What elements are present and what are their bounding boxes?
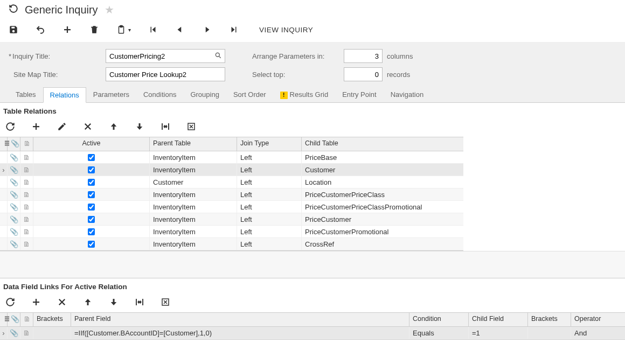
- links-attach-header[interactable]: 📎: [8, 313, 20, 326]
- table-row[interactable]: 📎🗎InventoryItemLeftPriceCustomer: [0, 213, 463, 226]
- links-fit-button[interactable]: [135, 297, 144, 307]
- active-checkbox[interactable]: [88, 216, 95, 223]
- attach-cell[interactable]: 📎: [8, 201, 20, 213]
- view-inquiry-button[interactable]: VIEW INQUIRY: [259, 26, 313, 34]
- active-cell[interactable]: [33, 238, 150, 250]
- attach-cell[interactable]: 📎: [8, 226, 20, 237]
- attach-column-header[interactable]: 📎: [8, 137, 20, 151]
- settings-column[interactable]: [0, 137, 8, 151]
- links-move-up-button[interactable]: [83, 297, 93, 307]
- attach-cell[interactable]: 📎: [8, 327, 20, 339]
- tab-conditions[interactable]: Conditions: [136, 87, 183, 102]
- parent-table-cell[interactable]: Customer: [150, 176, 237, 188]
- add-button[interactable]: [63, 25, 72, 34]
- condition-header[interactable]: Condition: [409, 313, 469, 326]
- active-cell[interactable]: [33, 201, 150, 213]
- refresh-icon[interactable]: [9, 4, 18, 16]
- brackets-header[interactable]: Brackets: [33, 313, 71, 326]
- note-cell[interactable]: 🗎: [20, 213, 33, 225]
- operator-header[interactable]: Operator: [571, 313, 625, 326]
- note-cell[interactable]: 🗎: [20, 201, 33, 213]
- select-top-input[interactable]: [344, 67, 383, 81]
- table-row[interactable]: 📎🗎InventoryItemLeftPriceCustomerPriceCla…: [0, 201, 463, 213]
- tab-entry-point[interactable]: Entry Point: [335, 87, 384, 102]
- join-type-cell[interactable]: Left: [237, 201, 302, 213]
- note-cell[interactable]: 🗎: [20, 226, 33, 237]
- table-row[interactable]: 📎🗎InventoryItemLeftPriceCustomerPriceCla…: [0, 188, 463, 201]
- child-table-cell[interactable]: PriceCustomer: [302, 213, 463, 225]
- join-type-cell[interactable]: Left: [237, 226, 302, 237]
- note-cell[interactable]: 🗎: [20, 188, 33, 200]
- grid-edit-button[interactable]: [57, 122, 67, 131]
- attach-cell[interactable]: 📎: [8, 213, 20, 225]
- operator-cell[interactable]: And: [571, 327, 625, 339]
- arrange-columns-input[interactable]: [344, 49, 383, 63]
- grid-refresh-button[interactable]: [5, 122, 15, 131]
- active-cell[interactable]: [33, 176, 150, 188]
- last-record-button[interactable]: [229, 25, 239, 34]
- parent-table-cell[interactable]: InventoryItem: [150, 164, 237, 176]
- brackets2-header[interactable]: Brackets: [528, 313, 571, 326]
- active-checkbox[interactable]: [88, 154, 95, 161]
- join-type-cell[interactable]: Left: [237, 238, 302, 250]
- links-add-button[interactable]: [31, 297, 41, 307]
- join-type-column-header[interactable]: Join Type: [237, 137, 302, 151]
- parent-table-cell[interactable]: InventoryItem: [150, 213, 237, 225]
- parent-table-column-header[interactable]: Parent Table: [150, 137, 237, 151]
- favorite-star-icon[interactable]: ★: [105, 3, 114, 16]
- tab-results-grid[interactable]: !Results Grid: [273, 87, 336, 102]
- attach-cell[interactable]: 📎: [8, 238, 20, 250]
- tab-navigation[interactable]: Navigation: [384, 87, 430, 102]
- grid-fit-button[interactable]: [161, 122, 170, 131]
- grid-export-button[interactable]: [186, 122, 196, 131]
- note-cell[interactable]: 🗎: [20, 238, 33, 250]
- tab-parameters[interactable]: Parameters: [86, 87, 136, 102]
- join-type-cell[interactable]: Left: [237, 176, 302, 188]
- attach-cell[interactable]: 📎: [8, 188, 20, 200]
- active-cell[interactable]: [33, 151, 150, 163]
- tab-relations[interactable]: Relations: [43, 87, 86, 103]
- active-cell[interactable]: [33, 164, 150, 176]
- active-cell[interactable]: [33, 226, 150, 237]
- links-note-header[interactable]: 🗎: [20, 313, 33, 326]
- child-table-cell[interactable]: Customer: [302, 164, 463, 176]
- clipboard-button[interactable]: ▾: [116, 25, 131, 34]
- active-column-header[interactable]: Active: [33, 137, 150, 151]
- active-checkbox[interactable]: [88, 191, 95, 198]
- parent-table-cell[interactable]: InventoryItem: [150, 151, 237, 163]
- links-export-button[interactable]: [161, 297, 170, 307]
- child-table-cell[interactable]: PriceCustomerPromotional: [302, 226, 463, 237]
- undo-button[interactable]: [36, 25, 45, 34]
- links-move-down-button[interactable]: [109, 297, 119, 307]
- parent-field-cell[interactable]: =IIf([Customer.BAccountID]=[Customer],1,…: [71, 327, 409, 339]
- links-settings-column[interactable]: [0, 313, 8, 326]
- note-cell[interactable]: 🗎: [20, 164, 33, 176]
- table-row[interactable]: 📎🗎CustomerLeftLocation: [0, 176, 463, 188]
- parent-field-header[interactable]: Parent Field: [71, 313, 409, 326]
- lookup-icon[interactable]: [214, 52, 222, 61]
- note-cell[interactable]: 🗎: [20, 151, 33, 163]
- grid-move-down-button[interactable]: [135, 122, 144, 131]
- active-checkbox[interactable]: [88, 241, 95, 248]
- parent-table-cell[interactable]: InventoryItem: [150, 226, 237, 237]
- child-table-cell[interactable]: PriceBase: [302, 151, 463, 163]
- next-record-button[interactable]: [202, 25, 212, 34]
- links-delete-button[interactable]: [57, 297, 67, 307]
- parent-table-cell[interactable]: InventoryItem: [150, 238, 237, 250]
- grid-delete-button[interactable]: [83, 122, 93, 131]
- child-field-cell[interactable]: =1: [469, 327, 528, 339]
- tab-tables[interactable]: Tables: [9, 87, 43, 102]
- prev-record-button[interactable]: [175, 25, 185, 34]
- active-cell[interactable]: [33, 188, 150, 200]
- note-cell[interactable]: 🗎: [20, 327, 33, 339]
- brackets-cell[interactable]: [33, 327, 71, 339]
- first-record-button[interactable]: [148, 25, 158, 34]
- grid-add-button[interactable]: [31, 122, 41, 131]
- join-type-cell[interactable]: Left: [237, 164, 302, 176]
- tab-grouping[interactable]: Grouping: [183, 87, 226, 102]
- child-table-cell[interactable]: PriceCustomerPriceClass: [302, 188, 463, 200]
- parent-table-cell[interactable]: InventoryItem: [150, 188, 237, 200]
- active-checkbox[interactable]: [88, 204, 95, 211]
- child-field-header[interactable]: Child Field: [469, 313, 528, 326]
- parent-table-cell[interactable]: InventoryItem: [150, 201, 237, 213]
